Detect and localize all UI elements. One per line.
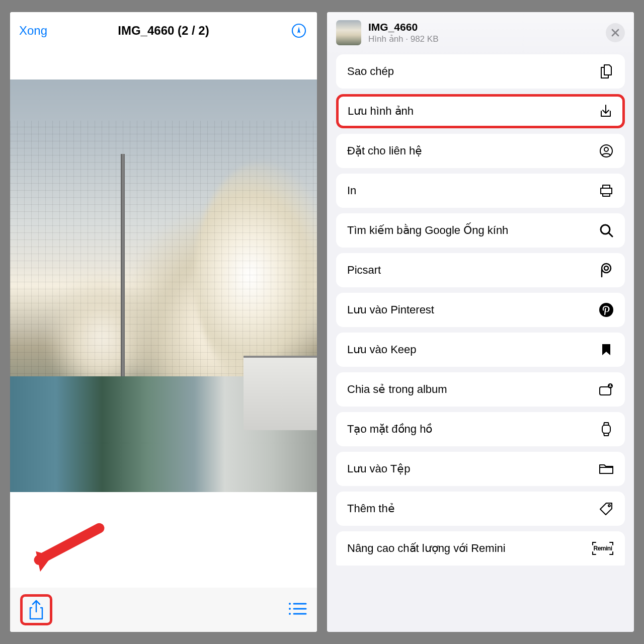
share-icon [28, 600, 45, 621]
folder-icon [599, 463, 614, 475]
action-label: Lưu vào Tệp [347, 462, 410, 475]
action-google-lens[interactable]: Tìm kiếm bằng Google Ống kính [336, 213, 625, 248]
svg-line-1 [39, 511, 99, 578]
action-label: Nâng cao chất lượng với Remini [347, 542, 506, 555]
sheet-title: IMG_4660 [368, 21, 606, 33]
action-print[interactable]: In [336, 174, 625, 208]
sheet-subtitle: Hình ảnh · 982 KB [368, 34, 606, 44]
sheet-info: IMG_4660 Hình ảnh · 982 KB [368, 21, 606, 44]
contact-icon [599, 144, 614, 158]
tag-icon [599, 502, 614, 516]
svg-point-2 [289, 603, 291, 605]
svg-point-17 [604, 266, 608, 270]
annotation-arrow [25, 502, 111, 593]
action-save-image[interactable]: Lưu hình ảnh [336, 94, 625, 128]
share-button[interactable] [20, 594, 52, 625]
picsart-icon [599, 263, 614, 278]
markup-button[interactable] [290, 22, 308, 40]
image-title: IMG_4660 (2 / 2) [118, 24, 209, 38]
action-picsart[interactable]: Picsart [336, 253, 625, 287]
list-button[interactable] [288, 601, 307, 618]
photo-area [10, 49, 317, 492]
list-icon [288, 601, 307, 616]
action-pinterest[interactable]: Lưu vào Pinterest [336, 293, 625, 327]
action-label: Tạo mặt đồng hồ [347, 423, 432, 436]
action-label: Lưu hình ảnh [348, 105, 414, 118]
action-label: Thêm thẻ [347, 502, 395, 515]
pinterest-icon [599, 302, 614, 317]
action-label: Lưu vào Pinterest [347, 303, 434, 316]
sheet-header: IMG_4660 Hình ảnh · 982 KB [327, 12, 634, 54]
action-share-album[interactable]: Chia sẻ trong album [336, 372, 625, 407]
done-button[interactable]: Xong [19, 24, 47, 38]
svg-point-11 [604, 147, 608, 151]
image-viewer-panel: Xong IMG_4660 (2 / 2) [10, 12, 317, 632]
action-watch-face[interactable]: Tạo mặt đồng hồ [336, 412, 625, 446]
svg-point-4 [289, 608, 291, 610]
action-menu: Sao chép Lưu hình ảnh Đặt cho liên hệ [327, 54, 634, 575]
action-assign-contact[interactable]: Đặt cho liên hệ [336, 134, 625, 168]
action-keep[interactable]: Lưu vào Keep [336, 333, 625, 367]
svg-point-16 [602, 264, 611, 273]
action-copy[interactable]: Sao chép [336, 54, 625, 89]
svg-rect-22 [602, 425, 610, 433]
copy-icon [599, 64, 614, 79]
sheet-thumbnail [336, 20, 361, 45]
action-label: In [347, 184, 356, 197]
share-sheet-panel: IMG_4660 Hình ảnh · 982 KB Sao chép Lưu … [327, 12, 634, 632]
close-icon [611, 29, 619, 37]
remini-label: Remini [593, 545, 612, 552]
download-icon [598, 104, 613, 118]
remini-icon: Remini [592, 541, 614, 556]
markup-icon [291, 23, 307, 39]
action-save-files[interactable]: Lưu vào Tệp [336, 452, 625, 486]
viewer-footer [10, 588, 317, 632]
album-share-icon [599, 383, 614, 396]
svg-line-15 [609, 233, 612, 236]
search-icon [599, 223, 614, 237]
action-add-tags[interactable]: Thêm thẻ [336, 492, 625, 526]
svg-point-6 [289, 613, 291, 615]
photo-preview[interactable] [10, 79, 317, 492]
action-label: Tìm kiếm bằng Google Ống kính [347, 224, 508, 237]
print-icon [599, 184, 614, 197]
action-label: Sao chép [347, 65, 394, 78]
watch-icon [599, 422, 614, 437]
action-remini[interactable]: Nâng cao chất lượng với Remini Remini [336, 531, 625, 566]
viewer-header: Xong IMG_4660 (2 / 2) [10, 12, 317, 49]
action-label: Lưu vào Keep [347, 343, 417, 356]
action-label: Đặt cho liên hệ [347, 144, 422, 157]
svg-point-21 [610, 384, 611, 386]
bookmark-icon [599, 343, 614, 356]
svg-point-24 [608, 505, 610, 507]
action-label: Chia sẻ trong album [347, 383, 447, 396]
svg-point-18 [599, 303, 613, 317]
close-button[interactable] [606, 23, 625, 42]
action-label: Picsart [347, 264, 381, 277]
